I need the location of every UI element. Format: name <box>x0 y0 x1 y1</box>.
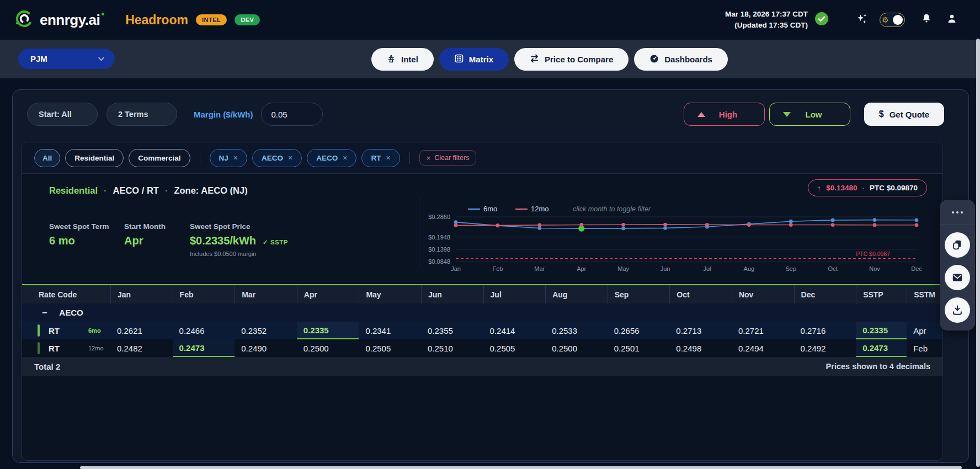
legend-label-12mo[interactable]: 12mo <box>531 205 549 213</box>
category-chip-commercial[interactable]: Commercial <box>129 149 190 167</box>
data-point-12mo[interactable] <box>915 223 919 227</box>
start-filter-select[interactable]: Start: All <box>27 103 98 126</box>
column-header-jan[interactable]: Jan <box>110 285 173 303</box>
headroom-badge[interactable]: ↑ $0.13480 · PTC $0.09870 <box>808 179 927 196</box>
bell-icon[interactable] <box>920 13 933 27</box>
vertical-scrollbar[interactable] <box>976 39 980 467</box>
chevron-down-icon <box>82 111 88 118</box>
data-point-12mo[interactable] <box>621 223 625 227</box>
data-point-12mo[interactable] <box>663 223 667 227</box>
remove-icon[interactable]: × <box>288 153 292 162</box>
column-header-jul[interactable]: Jul <box>483 285 546 303</box>
user-icon[interactable] <box>946 13 958 27</box>
margin-input[interactable] <box>261 103 323 126</box>
x-tick-label-feb[interactable]: Feb <box>492 265 503 272</box>
price-chart[interactable]: $0.2860$0.1948$0.1398$0.0848JanFebMarApr… <box>354 195 931 282</box>
column-header-aug[interactable]: Aug <box>545 285 608 303</box>
price-cell-jul: 0.2414 <box>483 322 546 339</box>
brand[interactable]: ennrgy.ai <box>14 9 100 31</box>
data-point-6mo[interactable] <box>915 218 919 222</box>
data-point-12mo[interactable] <box>454 223 458 227</box>
filter-chip-rt[interactable]: RT× <box>361 149 400 167</box>
data-point-12mo[interactable] <box>873 223 877 227</box>
copy-button[interactable] <box>945 232 970 258</box>
x-tick-label-nov[interactable]: Nov <box>869 265 880 272</box>
market-select[interactable]: PJM <box>18 49 115 69</box>
theme-toggle[interactable]: ⚙ <box>880 13 905 27</box>
column-header-jun[interactable]: Jun <box>421 285 483 303</box>
data-point-12mo[interactable] <box>705 223 709 227</box>
group-label: AECO <box>59 308 83 317</box>
filter-chip-nj[interactable]: NJ× <box>210 149 247 167</box>
column-header-feb[interactable]: Feb <box>173 285 235 303</box>
column-header-may[interactable]: May <box>359 285 421 303</box>
nav-button-group: IntelMatrixPrice to CompareDashboards <box>371 48 728 71</box>
data-point-12mo[interactable] <box>789 223 793 227</box>
column-header-nov[interactable]: Nov <box>732 285 794 303</box>
headroom-delta: $0.13480 <box>826 184 857 192</box>
x-tick-label-jun[interactable]: Jun <box>661 265 670 272</box>
data-point-12mo[interactable] <box>537 223 541 227</box>
column-header-rate-code[interactable]: Rate Code <box>22 285 110 303</box>
table-row-12mo[interactable]: RT12mo0.24820.24730.24900.25000.25050.25… <box>22 339 942 357</box>
data-point-12mo[interactable] <box>831 223 835 227</box>
column-header-dec[interactable]: Dec <box>794 285 856 303</box>
sparkles-icon[interactable] <box>855 12 869 28</box>
terms-filter-select[interactable]: 2 Terms <box>106 103 177 126</box>
nav-tab-price-to-compare[interactable]: Price to Compare <box>514 48 629 71</box>
horizontal-scrollbar[interactable] <box>80 466 962 469</box>
x-tick-label-aug[interactable]: Aug <box>744 265 755 272</box>
collapse-icon[interactable]: − <box>42 308 47 318</box>
price-cell-feb: 0.2473 <box>173 339 235 357</box>
download-button[interactable] <box>945 297 970 323</box>
remove-icon[interactable]: × <box>233 153 238 162</box>
x-tick-label-may[interactable]: May <box>617 265 629 272</box>
x-tick-label-jul[interactable]: Jul <box>703 265 711 272</box>
data-point-6mo[interactable] <box>831 218 835 222</box>
column-header-sstm[interactable]: SSTM <box>907 285 942 303</box>
summary-section: Residential · AECO / RT · Zone: AECO (NJ… <box>22 174 942 284</box>
data-point-12mo[interactable] <box>579 223 583 227</box>
category-chip-residential[interactable]: Residential <box>65 149 124 167</box>
stat-sweet-spot-term: Sweet Spot Term6 mo <box>49 222 124 257</box>
x-tick-label-mar[interactable]: Mar <box>534 265 545 272</box>
high-button[interactable]: High <box>684 103 765 126</box>
column-header-mar[interactable]: Mar <box>235 285 297 303</box>
column-header-apr[interactable]: Apr <box>297 285 359 303</box>
filter-chip-aeco[interactable]: AECO× <box>252 149 302 167</box>
start-filter-value: Start: All <box>39 110 72 119</box>
email-button[interactable] <box>945 265 970 290</box>
filter-chip-aeco[interactable]: AECO× <box>307 149 356 167</box>
data-point-6mo[interactable] <box>663 226 667 230</box>
separator-dot: · <box>165 185 168 196</box>
remove-icon[interactable]: × <box>386 153 390 162</box>
more-options-button[interactable] <box>940 200 975 225</box>
stat-value-text: Apr <box>124 234 143 247</box>
x-tick-label-oct[interactable]: Oct <box>828 265 838 272</box>
legend-label-6mo[interactable]: 6mo <box>483 205 497 213</box>
clear-filters-button[interactable]: × Clear filters <box>419 150 477 166</box>
data-point-6mo[interactable] <box>621 226 625 230</box>
category-chip-all[interactable]: All <box>34 149 60 167</box>
x-tick-label-sep[interactable]: Sep <box>785 265 796 272</box>
column-header-oct[interactable]: Oct <box>669 285 732 303</box>
group-row-aeco[interactable]: − AECO <box>22 303 942 322</box>
divider <box>409 152 410 164</box>
data-point-6mo[interactable] <box>873 218 877 222</box>
x-tick-label-apr[interactable]: Apr <box>577 265 586 272</box>
separator-dot: · <box>862 184 865 192</box>
low-button[interactable]: Low <box>769 103 850 126</box>
get-quote-button[interactable]: $ Get Quote <box>864 103 944 126</box>
column-header-sstp[interactable]: SSTP <box>856 285 907 303</box>
remove-icon[interactable]: × <box>343 153 347 162</box>
x-tick-label-jan[interactable]: Jan <box>451 265 461 272</box>
nav-tab-intel[interactable]: Intel <box>371 48 434 71</box>
table-row-6mo[interactable]: RT6mo0.26210.24660.23520.23350.23410.235… <box>22 322 942 339</box>
x-tick-label-dec[interactable]: Dec <box>911 265 922 272</box>
data-point-12mo[interactable] <box>747 223 751 227</box>
nav-tab-dashboards[interactable]: Dashboards <box>634 48 728 71</box>
column-header-sep[interactable]: Sep <box>608 285 670 303</box>
data-point-12mo[interactable] <box>496 223 500 227</box>
data-point-6mo[interactable] <box>789 220 793 223</box>
nav-tab-matrix[interactable]: Matrix <box>439 48 509 71</box>
